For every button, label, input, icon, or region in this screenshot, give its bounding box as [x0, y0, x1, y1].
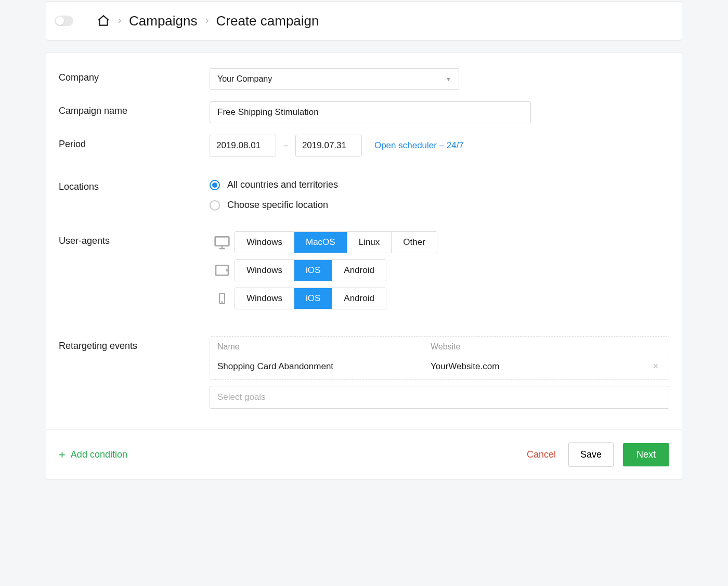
ua-tablet-android[interactable]: Android: [332, 260, 386, 281]
locations-all-text: All countries and territories: [227, 179, 338, 190]
svg-point-2: [227, 270, 228, 271]
locations-specific-text: Choose specific location: [227, 200, 328, 211]
campaign-name-input[interactable]: [210, 101, 531, 123]
period-dash: –: [283, 141, 288, 150]
ua-desktop-windows[interactable]: Windows: [235, 232, 294, 253]
svg-point-4: [222, 302, 223, 303]
plus-icon: +: [59, 448, 66, 462]
event-website: YourWebsite.com: [431, 361, 649, 372]
company-label: Company: [59, 68, 210, 83]
chevron-right-icon: [204, 18, 210, 24]
period-to-input[interactable]: [295, 135, 362, 157]
user-agents-label: User-agents: [59, 231, 210, 246]
ua-desktop-other[interactable]: Other: [392, 232, 437, 253]
period-from-input[interactable]: [210, 135, 276, 157]
ua-desktop-segment: Windows MacOS Linux Other: [235, 231, 437, 253]
chevron-right-icon: [116, 18, 123, 24]
next-button[interactable]: Next: [623, 443, 669, 466]
svg-rect-0: [215, 237, 229, 245]
add-condition-label: Add condition: [71, 449, 127, 460]
event-name: Shopping Card Abandonment: [217, 361, 431, 372]
breadcrumb: Campaigns Create campaign: [97, 13, 319, 29]
radio-unselected-icon: [210, 200, 220, 211]
home-icon[interactable]: [97, 14, 110, 28]
remove-event-icon[interactable]: ×: [649, 361, 661, 372]
form-footer: + Add condition Cancel Save Next: [46, 429, 682, 479]
campaign-name-label: Campaign name: [59, 101, 210, 116]
breadcrumb-campaigns[interactable]: Campaigns: [129, 13, 198, 29]
locations-label: Locations: [59, 177, 210, 192]
event-row: Shopping Card Abandonment YourWebsite.co…: [210, 357, 669, 379]
sidebar-toggle[interactable]: [55, 16, 73, 26]
mobile-icon: [210, 290, 235, 307]
company-select[interactable]: Your Company ▼: [210, 68, 459, 90]
ua-tablet-ios[interactable]: iOS: [294, 260, 332, 281]
locations-radio-all[interactable]: All countries and territories: [210, 179, 669, 190]
ua-mobile-ios[interactable]: iOS: [294, 288, 332, 309]
ua-desktop-linux[interactable]: Linux: [347, 232, 392, 253]
company-value: Your Company: [217, 74, 272, 84]
scheduler-link[interactable]: Open scheduler – 24/7: [374, 140, 464, 151]
locations-radio-specific[interactable]: Choose specific location: [210, 200, 669, 211]
ua-mobile-segment: Windows iOS Android: [235, 288, 386, 309]
retargeting-label: Retargeting events: [59, 336, 210, 351]
events-header-website: Website: [431, 342, 461, 351]
radio-selected-icon: [210, 180, 220, 190]
tablet-icon: [210, 262, 235, 279]
ua-desktop-macos[interactable]: MacOS: [294, 232, 347, 253]
save-button[interactable]: Save: [568, 442, 614, 467]
ua-tablet-segment: Windows iOS Android: [235, 259, 386, 281]
events-header-name: Name: [217, 342, 431, 351]
ua-tablet-windows[interactable]: Windows: [235, 260, 294, 281]
add-condition-button[interactable]: + Add condition: [59, 448, 127, 462]
topbar: Campaigns Create campaign: [46, 1, 682, 41]
events-box: Name Website Shopping Card Abandonment Y…: [210, 336, 669, 380]
caret-down-icon: ▼: [446, 76, 451, 82]
topbar-separator: [84, 9, 84, 32]
form-card: Company Your Company ▼ Campaign name Per…: [46, 52, 682, 480]
period-label: Period: [59, 135, 210, 150]
cancel-button[interactable]: Cancel: [524, 444, 559, 465]
ua-mobile-windows[interactable]: Windows: [235, 288, 294, 309]
desktop-icon: [210, 234, 235, 251]
breadcrumb-current: Create campaign: [216, 13, 319, 29]
goals-input[interactable]: [210, 386, 669, 409]
ua-mobile-android[interactable]: Android: [332, 288, 386, 309]
